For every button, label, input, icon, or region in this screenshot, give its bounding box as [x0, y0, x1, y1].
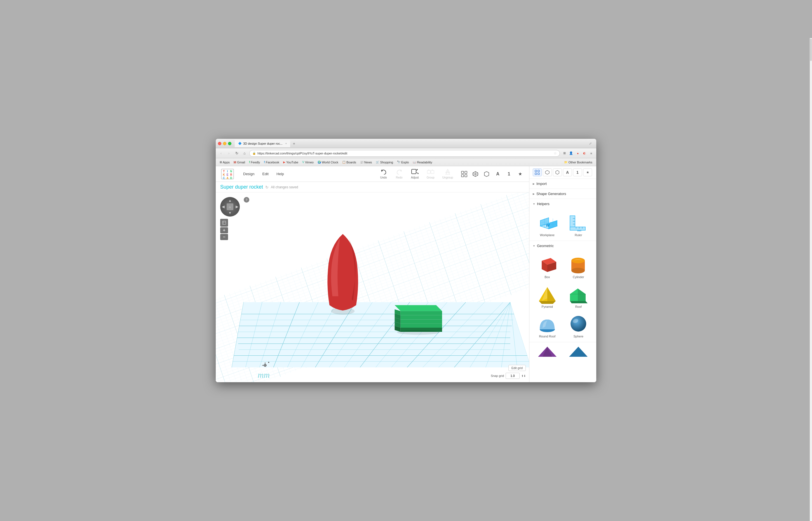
view-grid-button[interactable]	[533, 168, 542, 176]
refresh-icon[interactable]: ↻	[265, 185, 269, 189]
shape-cylinder[interactable]: Cylinder	[564, 253, 593, 280]
svg-point-6	[418, 173, 419, 174]
help-button[interactable]: ?	[244, 197, 249, 203]
pan-control[interactable]: ▲ ▼ ◀ ▶ ⌂	[220, 197, 240, 217]
redo-button[interactable]: Redo	[393, 167, 405, 180]
back-button[interactable]: ‹	[218, 150, 224, 156]
pan-left[interactable]: ◀	[222, 205, 224, 209]
view-number-button[interactable]: 1	[573, 168, 582, 176]
zoom-in-button[interactable]: +	[220, 227, 228, 233]
nav-design[interactable]: Design	[239, 169, 258, 178]
maximize-window-button[interactable]	[228, 142, 231, 145]
shape-roof[interactable]: Roof	[564, 282, 593, 310]
group-button[interactable]: Group	[425, 167, 437, 180]
shape-sphere[interactable]: Sphere	[564, 312, 593, 340]
bookmark-shopping[interactable]: 🛒 Shopping	[374, 160, 395, 164]
menu-button[interactable]: ≡	[588, 151, 594, 156]
bookmark-youtube[interactable]: ▶ YouTube	[281, 160, 300, 164]
snap-grid-row: Snap grid ⬆⬇	[491, 373, 526, 379]
view-text-button[interactable]: A	[563, 168, 572, 176]
ungroup-button[interactable]: Ungroup	[440, 167, 455, 180]
adjust-button[interactable]: Adjust	[409, 167, 421, 180]
shape-box[interactable]: Box	[533, 253, 562, 280]
home-button[interactable]: ⌂	[242, 150, 248, 156]
text-button[interactable]: A	[493, 169, 502, 179]
logo-t: T	[222, 170, 226, 173]
undo-button[interactable]: Undo	[378, 167, 390, 180]
shape-menu-button[interactable]	[482, 169, 491, 179]
bookmark-boards[interactable]: 📋 Boards	[340, 160, 358, 164]
zoom-out-button[interactable]: −	[220, 234, 228, 240]
logo-n: N	[229, 170, 233, 173]
shape-generators-header[interactable]: ▶ Shape Generators	[529, 189, 596, 199]
other-bookmarks[interactable]: 📁 Other Bookmarks	[562, 160, 594, 164]
active-tab[interactable]: 🔷 3D design Super duper roc... ×	[235, 140, 290, 147]
app-content: T I N K E R C A D Design Edit Help	[216, 166, 596, 382]
helpers-header[interactable]: ▼ Helpers	[529, 199, 596, 209]
nav-help[interactable]: Help	[273, 169, 288, 178]
logo-e: E	[226, 173, 229, 176]
number-button[interactable]: 1	[504, 169, 514, 179]
view-hex-button[interactable]	[553, 168, 562, 176]
bookmark-vimeo[interactable]: V Vimeo	[300, 160, 315, 164]
extension-icon-2[interactable]: 👤	[568, 151, 574, 156]
bookmark-feedly[interactable]: f Feedly	[247, 160, 262, 164]
bookmark-facebook[interactable]: f Facebook	[262, 160, 281, 164]
canvas-3d[interactable]: mm ▲ ▼ ◀ ▶ ⌂	[216, 192, 529, 382]
close-window-button[interactable]	[218, 142, 221, 145]
view-cube-button[interactable]	[543, 168, 552, 176]
pan-up[interactable]: ▲	[228, 199, 232, 203]
pan-down[interactable]: ▼	[228, 211, 232, 215]
svg-rect-7	[427, 171, 430, 174]
edit-grid-button[interactable]: Edit grid	[509, 365, 526, 371]
bookmark-gmail[interactable]: M Gmail	[232, 160, 247, 164]
cylinder-label: Cylinder	[573, 275, 584, 279]
shape-extra-2[interactable]	[565, 344, 591, 359]
shape-round-roof[interactable]: Round Roof	[533, 312, 562, 340]
box-preview	[536, 255, 559, 274]
bookmark-readability[interactable]: 📖 Readability	[411, 160, 434, 164]
geometric-header[interactable]: ▼ Geometric	[529, 241, 596, 251]
viewport[interactable]: mm ▲ ▼ ◀ ▶ ⌂	[216, 192, 529, 382]
shopping-icon: 🛒	[376, 161, 379, 164]
minimize-window-button[interactable]	[223, 142, 226, 145]
tab-favicon: 🔷	[238, 142, 242, 145]
bookmark-news[interactable]: 📰 News	[358, 160, 374, 164]
extension-icon-1[interactable]: ⊞	[562, 151, 567, 156]
bookmark-explo[interactable]: 🔭 Explo	[396, 160, 411, 164]
nav-edit[interactable]: Edit	[258, 169, 272, 178]
project-title[interactable]: Super duper rocket	[220, 184, 263, 190]
extension-icon-4[interactable]: ◐	[582, 151, 587, 156]
import-header[interactable]: ▶ Import	[529, 179, 596, 188]
shape-extra-1[interactable]	[535, 344, 560, 359]
snap-grid-input[interactable]	[505, 373, 520, 379]
bookmark-star[interactable]: ☆	[554, 151, 557, 155]
shape-gen-arrow: ▶	[533, 192, 535, 195]
forward-button[interactable]: ›	[226, 150, 232, 156]
new-tab-button[interactable]: +	[291, 141, 297, 146]
grid-view-button[interactable]	[460, 169, 469, 179]
workplane-item[interactable]: W Workplane	[533, 211, 562, 239]
shape-pyramid[interactable]: Pyramid	[533, 282, 562, 310]
url-bar[interactable]: 🔒 https://tinkercad.com/things/cptPUuy9Y…	[249, 150, 560, 157]
helpers-section: ▼ Helpers	[529, 199, 596, 241]
extension-icon-3[interactable]: ●	[575, 151, 581, 156]
star-button[interactable]: ★	[516, 169, 525, 179]
cube-view-button[interactable]	[471, 169, 480, 179]
view-star-button[interactable]: ★	[583, 168, 592, 176]
snap-grid-arrow[interactable]: ⬆⬇	[521, 375, 526, 378]
svg-rect-2	[412, 169, 416, 174]
bookmark-worldclock[interactable]: 🌍 World Clock	[316, 160, 340, 164]
fit-view-button[interactable]	[220, 219, 228, 227]
redo-icon	[396, 169, 403, 176]
logo-grid: T I N K E R C A D	[221, 169, 234, 179]
bookmark-apps[interactable]: ⊞ Apps	[218, 160, 231, 164]
tab-close-button[interactable]: ×	[286, 142, 287, 145]
pan-right[interactable]: ▶	[235, 205, 238, 209]
ruler-item[interactable]: mm Ruler	[564, 211, 593, 239]
svg-text:mm: mm	[258, 370, 270, 380]
shape-generators-section: ▶ Shape Generators	[529, 189, 596, 199]
refresh-button[interactable]: ↻	[234, 150, 240, 156]
tinkercad-logo[interactable]: T I N K E R C A D	[220, 168, 235, 180]
home-view-button[interactable]: ⌂	[227, 203, 233, 210]
